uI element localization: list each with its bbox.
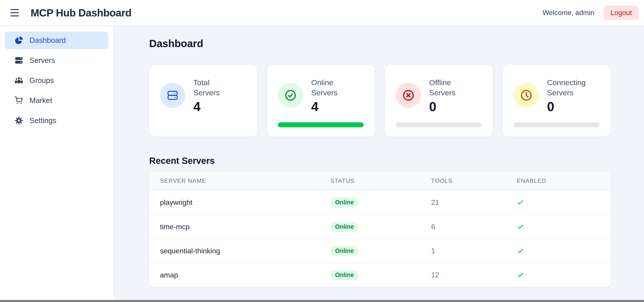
server-name: playwright	[160, 198, 330, 207]
stat-card-title: Online Servers	[311, 78, 352, 98]
server-icon	[166, 89, 179, 102]
stat-card-total-servers: Total Servers 4	[149, 65, 257, 136]
stat-card-title: Offline Servers	[429, 78, 470, 98]
hamburger-menu-icon[interactable]	[10, 9, 19, 17]
column-header-tools: TOOLS	[431, 177, 517, 184]
tools-count: 12	[431, 271, 517, 279]
status-badge: Online	[330, 246, 359, 256]
table-row: time-mcp Online 6	[149, 215, 611, 239]
stat-card-value: 4	[193, 100, 234, 113]
stat-card-connecting-servers: Connecting Servers 0	[503, 65, 611, 136]
recent-servers-title: Recent Servers	[149, 156, 611, 166]
table-row: amap Online 12	[149, 263, 611, 287]
horizontal-scrollbar[interactable]	[0, 300, 644, 302]
column-header-enabled: ENABLED	[517, 177, 611, 184]
recent-servers-table: SERVER NAME STATUS TOOLS ENABLED playwri…	[149, 172, 611, 287]
page-title: Dashboard	[149, 38, 611, 50]
column-header-server-name: SERVER NAME	[160, 177, 330, 184]
server-name: amap	[160, 271, 330, 279]
check-circle-icon	[284, 89, 297, 102]
table-row: sequential-thinking Online 1	[149, 239, 611, 263]
sidebar-item-label: Servers	[30, 56, 55, 65]
sidebar-item-dashboard[interactable]: Dashboard	[5, 32, 108, 49]
tools-count: 21	[431, 198, 517, 207]
x-circle-icon	[402, 89, 415, 102]
tools-count: 6	[431, 223, 517, 231]
enabled-check-icon	[517, 247, 611, 255]
stat-card-title: Total Servers	[193, 78, 234, 98]
sidebar-item-groups[interactable]: Groups	[5, 72, 108, 89]
sidebar-item-label: Market	[30, 96, 52, 105]
pie-chart-icon	[14, 36, 24, 45]
table-row: playwright Online 21	[149, 190, 611, 215]
offline-progress-track	[396, 122, 482, 127]
clock-icon	[520, 89, 533, 102]
users-icon	[14, 76, 24, 85]
gear-icon	[14, 116, 24, 125]
clock-icon-badge	[514, 83, 539, 108]
stat-card-online-servers: Online Servers 4	[267, 65, 375, 136]
stat-card-value: 0	[429, 100, 470, 113]
shopping-cart-icon	[14, 96, 24, 105]
logout-button[interactable]: Logout	[604, 6, 638, 20]
sidebar-item-label: Dashboard	[30, 36, 66, 45]
connecting-progress-track	[514, 122, 600, 127]
app-window: MCP Hub Dashboard Welcome, admin Logout …	[0, 0, 644, 302]
top-header: MCP Hub Dashboard Welcome, admin Logout	[0, 0, 644, 26]
x-circle-icon-badge	[396, 83, 421, 108]
stat-cards: Total Servers 4	[149, 65, 611, 136]
column-header-status: STATUS	[330, 177, 431, 184]
enabled-check-icon	[517, 199, 611, 206]
sidebar: Dashboard Servers	[0, 26, 114, 302]
stat-card-value: 0	[547, 100, 588, 113]
sidebar-item-label: Groups	[30, 76, 54, 85]
status-badge: Online	[330, 270, 359, 280]
stat-card-title: Connecting Servers	[547, 78, 588, 98]
online-progress-track	[278, 122, 364, 127]
sidebar-item-servers[interactable]: Servers	[5, 52, 108, 69]
server-name: time-mcp	[160, 223, 330, 231]
tools-count: 1	[431, 247, 517, 255]
app-title: MCP Hub Dashboard	[30, 7, 132, 19]
main-content: Dashboard Total Serv	[114, 26, 644, 302]
stat-card-value: 4	[311, 100, 352, 113]
online-progress-fill	[278, 122, 364, 127]
sidebar-item-settings[interactable]: Settings	[5, 112, 108, 129]
enabled-check-icon	[517, 271, 611, 279]
welcome-text: Welcome, admin	[542, 9, 594, 17]
sidebar-item-label: Settings	[30, 116, 56, 125]
sidebar-item-market[interactable]: Market	[5, 92, 108, 109]
status-badge: Online	[330, 197, 359, 208]
check-circle-icon-badge	[278, 83, 303, 108]
enabled-check-icon	[517, 223, 611, 231]
stat-card-offline-servers: Offline Servers 0	[385, 65, 493, 136]
server-name: sequential-thinking	[160, 247, 330, 255]
table-header-row: SERVER NAME STATUS TOOLS ENABLED	[149, 172, 611, 190]
status-badge: Online	[330, 222, 359, 232]
server-icon-badge	[160, 83, 185, 108]
server-icon	[14, 56, 24, 65]
